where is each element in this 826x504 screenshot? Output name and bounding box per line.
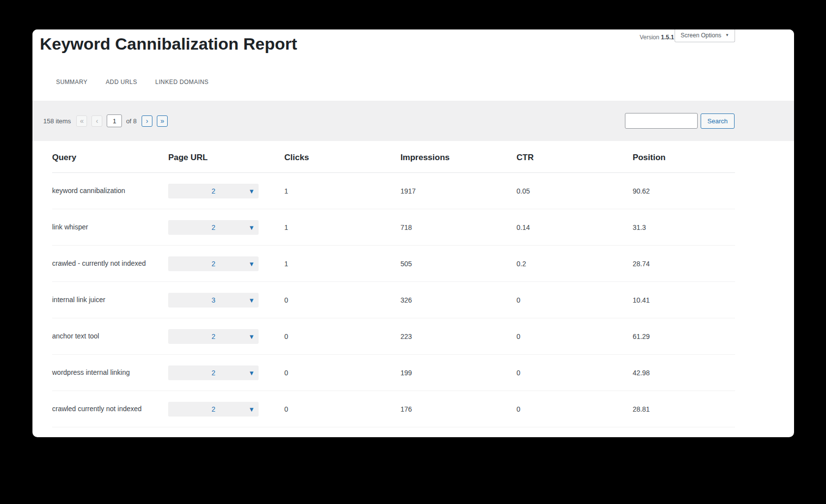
impressions-cell: 505 — [400, 246, 516, 282]
pagination: 158 items « ‹ of 8 › » — [43, 114, 172, 127]
current-page-input[interactable] — [107, 114, 122, 127]
column-header-query: Query — [52, 141, 168, 173]
ctr-cell: 0 — [517, 355, 633, 391]
clicks-cell: 1 — [284, 173, 400, 209]
report-card: Version 1.5.1 Screen Options ▼ Keyword C… — [32, 29, 794, 437]
tab-bar: SUMMARY ADD URLS LINKED DOMAINS — [56, 79, 208, 85]
impressions-cell: 199 — [400, 355, 516, 391]
clicks-cell: 0 — [284, 391, 400, 427]
page-url-dropdown[interactable]: 2 ▼ — [168, 256, 259, 271]
column-header-clicks: Clicks — [284, 141, 400, 173]
position-cell: 28.81 — [633, 391, 735, 427]
table-row: anchor text tool 2 ▼ 0 223 0 61.29 — [52, 318, 735, 355]
items-count: 158 items — [43, 117, 71, 125]
screen-options-button[interactable]: Screen Options ▼ — [675, 29, 735, 42]
dropdown-arrow-icon: ▼ — [248, 369, 255, 376]
table-row: crawled currently not indexed 2 ▼ 0 176 … — [52, 391, 735, 427]
dropdown-arrow-icon: ▼ — [248, 224, 255, 230]
first-page-button[interactable]: « — [76, 115, 87, 127]
page-url-count: 3 — [211, 296, 215, 304]
query-cell: crawled - currently not indexed — [52, 258, 146, 269]
search-box: Search — [625, 113, 735, 129]
dropdown-arrow-icon: ▼ — [248, 260, 255, 267]
column-header-ctr: CTR — [517, 141, 633, 173]
ctr-cell: 0 — [517, 318, 633, 355]
page-url-count: 2 — [211, 333, 215, 340]
page-url-count: 2 — [211, 187, 215, 195]
column-header-impressions: Impressions — [400, 141, 516, 173]
query-cell: crawled currently not indexed — [52, 403, 142, 414]
page-url-count: 2 — [211, 224, 215, 231]
table-header-row: Query Page URL Clicks Impressions CTR Po… — [52, 141, 735, 173]
position-cell: 10.41 — [633, 282, 735, 318]
version-text: Version — [640, 34, 659, 41]
ctr-cell: 0.05 — [517, 173, 633, 209]
version-label: Version 1.5.1 — [640, 34, 674, 41]
clicks-cell: 0 — [284, 318, 400, 355]
tab-linked-domains[interactable]: LINKED DOMAINS — [155, 79, 208, 85]
query-cell: anchor text tool — [52, 331, 99, 341]
page-url-dropdown[interactable]: 2 ▼ — [168, 402, 259, 417]
next-page-button[interactable]: › — [142, 115, 152, 127]
ctr-cell: 0.2 — [517, 246, 633, 282]
column-header-position: Position — [633, 141, 735, 173]
query-cell: internal link juicer — [52, 294, 105, 305]
impressions-cell: 326 — [400, 282, 516, 318]
report-table: Query Page URL Clicks Impressions CTR Po… — [52, 141, 735, 427]
search-button[interactable]: Search — [701, 113, 735, 129]
table-row: crawled - currently not indexed 2 ▼ 1 50… — [52, 246, 735, 282]
report-header: Version 1.5.1 Screen Options ▼ Keyword C… — [32, 29, 794, 101]
impressions-cell: 718 — [400, 209, 516, 246]
screen-options-label: Screen Options — [680, 32, 721, 39]
page-url-count: 2 — [211, 260, 215, 268]
position-cell: 90.62 — [633, 173, 735, 209]
page-title: Keyword Cannibalization Report — [40, 34, 297, 54]
version-number: 1.5.1 — [661, 34, 674, 41]
position-cell: 28.74 — [633, 246, 735, 282]
clicks-cell: 0 — [284, 282, 400, 318]
query-cell: wordpress internal linking — [52, 367, 130, 378]
page-url-count: 2 — [211, 369, 215, 377]
dropdown-arrow-icon: ▼ — [248, 333, 255, 339]
dropdown-arrow-icon: ▼ — [248, 188, 255, 194]
clicks-cell: 0 — [284, 355, 400, 391]
impressions-cell: 176 — [400, 391, 516, 427]
tab-summary[interactable]: SUMMARY — [56, 79, 88, 85]
dropdown-arrow-icon: ▼ — [248, 406, 255, 412]
position-cell: 42.98 — [633, 355, 735, 391]
table-row: internal link juicer 3 ▼ 0 326 0 10.41 — [52, 282, 735, 318]
clicks-cell: 1 — [284, 209, 400, 246]
prev-page-button[interactable]: ‹ — [91, 115, 102, 127]
impressions-cell: 223 — [400, 318, 516, 355]
position-cell: 31.3 — [633, 209, 735, 246]
table-row: wordpress internal linking 2 ▼ 0 199 0 4… — [52, 355, 735, 391]
clicks-cell: 1 — [284, 246, 400, 282]
total-pages-label: of 8 — [126, 117, 137, 125]
table-row: keyword cannibalization 2 ▼ 1 1917 0.05 … — [52, 173, 735, 209]
page-url-dropdown[interactable]: 3 ▼ — [168, 293, 259, 308]
page-url-dropdown[interactable]: 2 ▼ — [168, 184, 259, 198]
ctr-cell: 0 — [517, 282, 633, 318]
page-url-count: 2 — [211, 405, 215, 413]
query-cell: link whisper — [52, 222, 88, 232]
page-url-dropdown[interactable]: 2 ▼ — [168, 220, 259, 235]
ctr-cell: 0.14 — [517, 209, 633, 246]
chevron-down-icon: ▼ — [725, 33, 729, 37]
page-url-dropdown[interactable]: 2 ▼ — [168, 365, 259, 380]
report-table-section: Query Page URL Clicks Impressions CTR Po… — [32, 141, 794, 427]
last-page-button[interactable]: » — [157, 115, 168, 127]
column-header-page-url: Page URL — [168, 141, 284, 173]
toolbar: 158 items « ‹ of 8 › » Search — [32, 101, 794, 141]
ctr-cell: 0 — [517, 391, 633, 427]
search-input[interactable] — [625, 113, 698, 129]
query-cell: keyword cannibalization — [52, 185, 125, 196]
page-url-dropdown[interactable]: 2 ▼ — [168, 329, 259, 344]
position-cell: 61.29 — [633, 318, 735, 355]
impressions-cell: 1917 — [400, 173, 516, 209]
tab-add-urls[interactable]: ADD URLS — [106, 79, 137, 85]
dropdown-arrow-icon: ▼ — [248, 297, 255, 303]
table-row: link whisper 2 ▼ 1 718 0.14 31.3 — [52, 209, 735, 246]
